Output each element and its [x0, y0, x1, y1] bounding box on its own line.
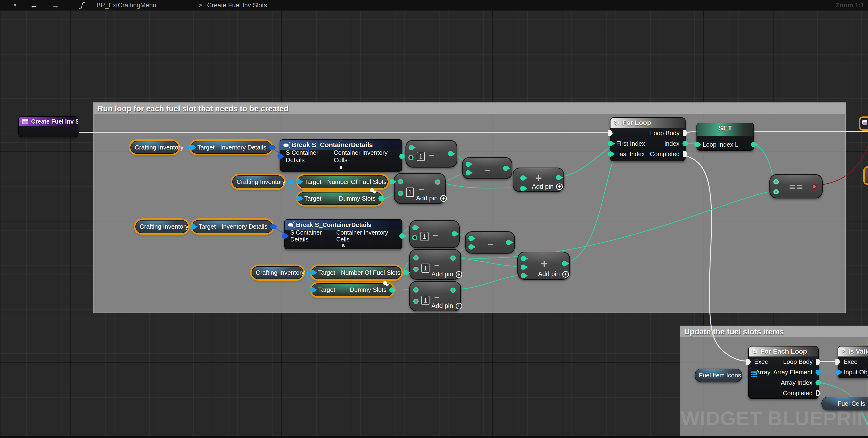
subtract-addpin-node[interactable]: 1 – Add pin+ — [394, 173, 446, 204]
int-in-pin[interactable] — [412, 225, 417, 230]
subtract-node[interactable]: – — [465, 231, 515, 254]
getter-fuel-item-icons[interactable]: Fuel Item Icons — [694, 369, 742, 382]
add-pin-label[interactable]: Add pin — [431, 302, 453, 310]
literal-value[interactable]: 1 — [422, 264, 430, 273]
add-node[interactable]: + Add pin+ — [517, 252, 570, 280]
int-in-pin[interactable] — [412, 235, 417, 240]
literal-value[interactable]: 1 — [422, 296, 430, 305]
int-out-pin[interactable] — [751, 142, 756, 147]
literal-value[interactable]: 1 — [417, 152, 425, 161]
target-in-pin[interactable] — [190, 224, 196, 229]
is-valid-node[interactable]: ? Is Valid Exec Input Object — [838, 346, 868, 378]
int-in-pin[interactable] — [521, 264, 526, 270]
comment-title[interactable]: Update the fuel slots items — [680, 326, 868, 337]
int-in-pin[interactable] — [466, 170, 471, 175]
int-out-pin[interactable] — [399, 233, 405, 239]
getter-inventory-details[interactable]: Target Inventory Details — [192, 220, 273, 233]
int-out-pin[interactable] — [451, 256, 456, 261]
event-node-create-fuel-inv-slots[interactable]: Create Fuel Inv Slots — [18, 116, 78, 137]
target-in-pin[interactable] — [296, 179, 302, 184]
equals-node[interactable]: == — [769, 174, 823, 199]
add-pin-label[interactable]: Add pin — [431, 271, 453, 278]
exec-in-pin[interactable] — [746, 359, 751, 365]
int-in-pin[interactable] — [694, 142, 700, 147]
int-in-pin[interactable] — [398, 191, 403, 196]
break-struct-node[interactable]: Break S_ContainerDetails S Container Det… — [284, 219, 402, 249]
int-in-pin[interactable] — [521, 273, 526, 278]
partial-node-right-edge[interactable] — [860, 118, 868, 129]
target-in-pin[interactable] — [310, 270, 315, 275]
getter-crafting-inventory[interactable]: Crafting Inventory — [135, 220, 188, 233]
int-in-pin[interactable] — [413, 299, 418, 304]
int-out-pin[interactable] — [451, 288, 456, 293]
add-pin-icon[interactable]: + — [456, 303, 462, 310]
comment-title[interactable]: Run loop for each fuel slot that needs t… — [94, 103, 845, 114]
add-pin-icon[interactable]: + — [556, 183, 563, 190]
int-out-pin[interactable] — [448, 151, 453, 156]
int-out-pin[interactable] — [435, 179, 440, 185]
partial-node-right-edge[interactable] — [865, 168, 868, 183]
subtract-addpin-node[interactable]: 1 – Add pin+ — [409, 249, 461, 280]
add-pin-icon[interactable]: + — [562, 271, 569, 278]
literal-value[interactable]: 1 — [421, 232, 429, 241]
int-out-pin[interactable] — [562, 261, 567, 266]
int-out-pin[interactable] — [399, 154, 405, 159]
int-out-pin[interactable] — [506, 240, 511, 245]
int-in-pin[interactable] — [773, 189, 779, 195]
getter-dummy-slots[interactable]: Target Dummy Slots — [298, 192, 382, 205]
struct-in-pin[interactable] — [282, 233, 287, 239]
object-in-pin[interactable] — [835, 370, 841, 375]
int-out-pin[interactable] — [556, 175, 561, 180]
getter-dummy-slots[interactable]: Target Dummy Slots — [311, 283, 393, 296]
array-out-pin[interactable] — [744, 375, 745, 376]
int-in-pin[interactable] — [398, 179, 403, 184]
array-in-pin[interactable] — [751, 372, 752, 373]
int-in-pin[interactable] — [468, 236, 474, 241]
struct-in-pin[interactable] — [277, 154, 283, 159]
getter-fuel-cells[interactable]: Fuel Cells — [822, 397, 868, 410]
add-node[interactable]: + Add pin+ — [513, 168, 564, 192]
for-loop-node[interactable]: ↻ For Loop Loop Body First Index Index L… — [610, 117, 686, 161]
int-out-pin[interactable] — [815, 380, 821, 385]
add-pin-icon[interactable]: + — [456, 271, 462, 278]
add-pin-label[interactable]: Add pin — [532, 183, 554, 191]
int-in-pin[interactable] — [408, 155, 413, 160]
exec-in-pin[interactable] — [608, 130, 613, 136]
collapse-chevron-icon[interactable]: ∧ — [285, 242, 402, 248]
subtract-node[interactable]: 1 – — [409, 220, 460, 248]
subtract-addpin-node[interactable]: 1 – Add pin+ — [409, 281, 461, 311]
breadcrumb-root[interactable]: BP_ExtCraftingMenu — [96, 0, 156, 10]
getter-crafting-inventory[interactable]: Crafting Inventory — [252, 266, 303, 279]
getter-number-of-fuel-slots[interactable]: Target Number Of Fuel Slots — [298, 175, 388, 188]
int-in-pin[interactable] — [608, 151, 613, 156]
int-out-pin[interactable] — [503, 166, 508, 171]
int-in-pin[interactable] — [466, 162, 471, 167]
int-in-pin[interactable] — [608, 141, 613, 146]
int-in-pin[interactable] — [520, 186, 525, 191]
getter-crafting-inventory[interactable]: Crafting Inventory — [232, 175, 284, 188]
bool-out-pin[interactable] — [812, 184, 817, 189]
literal-value[interactable]: 1 — [406, 187, 414, 197]
int-in-pin[interactable] — [773, 179, 779, 184]
int-in-pin[interactable] — [409, 145, 414, 150]
getter-number-of-fuel-slots[interactable]: Target Number Of Fuel Slots — [311, 266, 401, 279]
getter-inventory-details[interactable]: Target Inventory Details — [191, 141, 272, 154]
collapse-chevron-icon[interactable]: ∧ — [280, 165, 402, 170]
forward-arrow-icon[interactable]: → — [51, 0, 59, 10]
struct-out-pin[interactable] — [270, 224, 276, 229]
int-out-pin[interactable] — [389, 287, 395, 293]
int-in-pin[interactable] — [468, 244, 474, 250]
break-struct-node[interactable]: Break S_ContainerDetails S Container Det… — [280, 139, 402, 172]
chevron-down-icon[interactable]: ▾ — [14, 0, 17, 10]
set-loop-index-node[interactable]: SET Loop Index L — [696, 123, 754, 151]
int-out-pin[interactable] — [682, 141, 688, 146]
struct-out-pin[interactable] — [269, 145, 274, 150]
int-in-pin[interactable] — [413, 287, 418, 293]
exec-in-pin[interactable] — [835, 359, 840, 365]
int-out-pin[interactable] — [452, 231, 457, 236]
add-pin-label[interactable]: Add pin — [416, 195, 438, 202]
target-in-pin[interactable] — [296, 196, 302, 201]
subtract-node[interactable]: – — [462, 157, 513, 179]
breadcrumb-current[interactable]: Create Fuel Inv Slots — [207, 0, 267, 10]
int-in-pin[interactable] — [413, 267, 418, 272]
